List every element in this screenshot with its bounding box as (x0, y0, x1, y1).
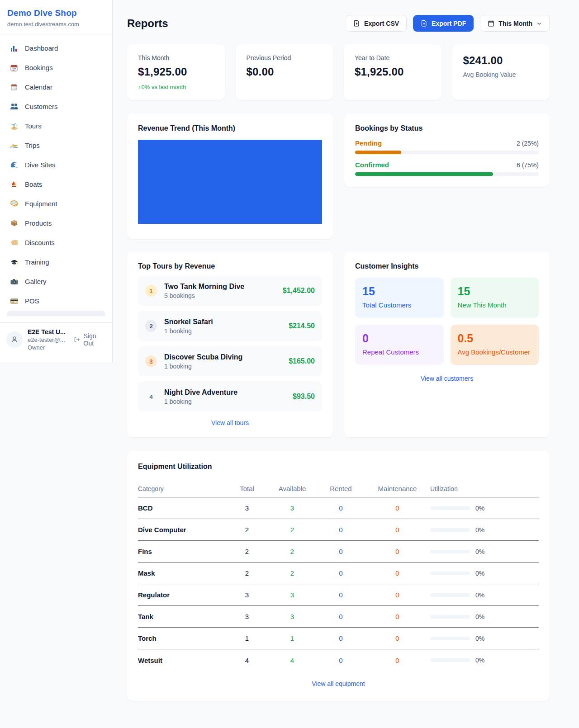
cell-total: 2 (227, 548, 267, 555)
view-all-tours-link[interactable]: View all tours (138, 419, 322, 426)
sidebar-item-label: Boats (25, 180, 42, 188)
calendar-date-icon: 17 (9, 64, 19, 72)
stat-label: Previous Period (247, 54, 323, 61)
sidebar-item-trips[interactable]: Trips (4, 136, 109, 155)
cell-maintenance: 0 (365, 548, 430, 555)
cell-maintenance: 0 (365, 526, 430, 534)
tour-row: 1 Two Tank Morning Dive 5 bookings $1,45… (138, 276, 322, 306)
export-pdf-button[interactable]: Export PDF (413, 15, 474, 32)
stat-value: $1,925.00 (138, 66, 214, 78)
status-value: 2 (25%) (517, 140, 539, 147)
cell-category: Dive Computer (138, 526, 227, 534)
cell-rented: 0 (317, 657, 365, 664)
chevron-down-icon (536, 21, 542, 26)
sidebar-item-customers[interactable]: Customers (4, 97, 109, 116)
stat-value: $241.00 (463, 54, 539, 67)
rank-badge: 2 (145, 320, 157, 332)
column-header: Total (227, 485, 267, 492)
view-all-equipment-link[interactable]: View all equipment (138, 680, 539, 687)
tile-repeat-customers: 0 Repeat Customers (355, 325, 444, 365)
cell-category: Wetsuit (138, 657, 227, 664)
utilization-bar (430, 550, 470, 553)
tour-bookings: 1 booking (164, 398, 293, 405)
view-all-customers-link[interactable]: View all customers (355, 375, 539, 382)
sidebar-item-equipment[interactable]: Equipment (4, 194, 109, 213)
sidebar-item-label: Equipment (25, 200, 57, 208)
column-header: Available (267, 485, 317, 492)
tour-row: 2 Snorkel Safari 1 booking $214.50 (138, 311, 322, 341)
charts-row: Revenue Trend (This Month) Bookings by S… (127, 113, 550, 239)
sidebar-item-training[interactable]: Training (4, 252, 109, 272)
cell-category: Mask (138, 569, 227, 577)
export-pdf-label: Export PDF (432, 20, 466, 27)
shop-domain: demo.test.divestreams.com (7, 21, 105, 28)
cell-category: Fins (138, 548, 227, 555)
cell-total: 4 (227, 657, 267, 664)
cell-rented: 0 (317, 569, 365, 577)
revenue-trend-chart (138, 140, 322, 224)
tile-value: 15 (362, 285, 437, 298)
cell-utilization: 0% (475, 548, 484, 555)
sidebar-item-pos[interactable]: POS (4, 291, 109, 311)
cell-available: 3 (267, 504, 317, 512)
cell-maintenance: 0 (365, 591, 430, 599)
sidebar-header: Demo Dive Shop demo.test.divestreams.com (0, 0, 112, 34)
sidebar-item-discounts[interactable]: Discounts (4, 233, 109, 252)
package-icon (9, 219, 19, 227)
sidebar-item-boats[interactable]: Boats (4, 175, 109, 194)
bar-chart-icon (9, 44, 19, 52)
sidebar-item-dive-sites[interactable]: Dive Sites (4, 155, 109, 175)
sidebar-item-active-partial[interactable] (7, 311, 105, 316)
sidebar-item-bookings[interactable]: 17 Bookings (4, 58, 109, 77)
sidebar-item-label: Gallery (25, 278, 47, 285)
status-row-confirmed: Confirmed 6 (75%) (355, 161, 539, 176)
column-header: Rented (317, 485, 365, 492)
cell-available: 3 (267, 613, 317, 620)
calendar-icon (488, 20, 494, 27)
tour-name: Two Tank Morning Dive (164, 283, 283, 291)
tour-bookings: 5 bookings (164, 292, 283, 299)
cell-category: BCD (138, 504, 227, 512)
utilization-bar (430, 637, 470, 640)
tour-name: Discover Scuba Diving (164, 353, 289, 361)
cell-total: 3 (227, 504, 267, 512)
cell-available: 2 (267, 548, 317, 555)
status-label: Confirmed (355, 161, 389, 169)
person-icon (10, 336, 19, 344)
table-row: Dive Computer 2 2 0 0 0% (138, 519, 539, 541)
user-info: E2E Test U... e2e-tester@... Owner (28, 328, 67, 351)
utilization-bar (430, 572, 470, 575)
speedboat-icon (9, 142, 19, 150)
equipment-utilization-title: Equipment Utilization (138, 463, 539, 471)
sidebar-item-tours[interactable]: Tours (4, 116, 109, 136)
tile-avg-bookings-customer: 0.5 Avg Bookings/Customer (451, 325, 539, 365)
rank-badge: 1 (145, 285, 157, 297)
credit-card-icon (9, 297, 19, 305)
column-header: Category (138, 485, 227, 492)
sidebar-item-label: Tours (25, 122, 42, 130)
period-dropdown[interactable]: This Month (480, 15, 550, 32)
export-csv-button[interactable]: Export CSV (346, 15, 407, 32)
export-csv-label: Export CSV (364, 20, 399, 27)
customer-insights-title: Customer Insights (355, 262, 539, 270)
rank-badge: 4 (145, 391, 157, 402)
sidebar-item-dashboard[interactable]: Dashboard (4, 38, 109, 58)
main-content: Reports Export CSV Export PDF This Month… (113, 0, 579, 719)
rank-badge: 3 (145, 355, 157, 367)
table-row: Tank 3 3 0 0 0% (138, 606, 539, 628)
sidebar-item-calendar[interactable]: Calendar (4, 77, 109, 97)
sidebar-item-products[interactable]: Products (4, 213, 109, 233)
cell-maintenance: 0 (365, 613, 430, 620)
tile-value: 0.5 (458, 332, 532, 345)
cell-available: 4 (267, 657, 317, 664)
table-header-row: Category Total Available Rented Maintena… (138, 480, 539, 497)
header-actions: Export CSV Export PDF This Month (346, 15, 550, 32)
tile-label: Repeat Customers (362, 348, 437, 356)
sign-out-button[interactable]: Sign Out (74, 332, 106, 347)
sidebar-item-gallery[interactable]: Gallery (4, 272, 109, 291)
cell-total: 3 (227, 613, 267, 620)
cell-available: 2 (267, 526, 317, 534)
table-row: Regulator 3 3 0 0 0% (138, 584, 539, 606)
diving-mask-icon (9, 200, 19, 208)
cell-category: Regulator (138, 591, 227, 599)
